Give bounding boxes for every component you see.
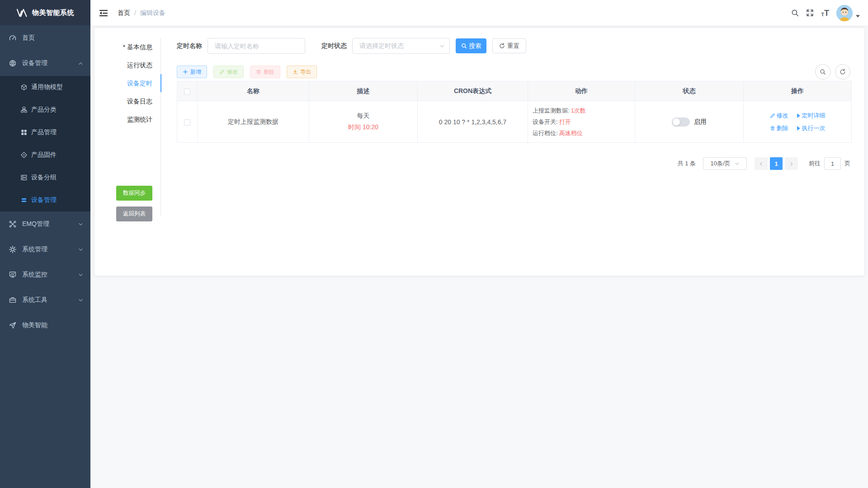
timer-status-select[interactable]: 请选择定时状态 (352, 38, 450, 54)
next-page-button[interactable] (785, 157, 798, 170)
edit-button[interactable]: 修改 (213, 66, 244, 78)
enable-toggle[interactable] (672, 117, 690, 127)
search-icon[interactable] (791, 9, 799, 17)
col-name: 名称 (198, 81, 309, 101)
prev-page-button[interactable] (755, 157, 768, 170)
sidebar-item-wumei-smart[interactable]: 物美智能 (0, 313, 90, 338)
sidebar-item-emq[interactable]: EMQ管理 (0, 211, 90, 237)
device-tabs: * 基本信息 运行状态 设备定时 设备日志 监测统计 数据同步 返回列表 (94, 38, 161, 276)
search-icon (820, 69, 826, 75)
goto-page-input[interactable] (824, 157, 841, 170)
col-status: 状态 (635, 81, 744, 101)
breadcrumb-home[interactable]: 首页 (118, 9, 130, 17)
sidebar-item-product-firmware[interactable]: 产品固件 (0, 144, 90, 166)
tab-monitor-stats[interactable]: 监测统计 (94, 110, 161, 128)
table-toolbar: 新增 修改 删除 导出 (177, 64, 850, 80)
show-search-toggle-button[interactable] (815, 64, 830, 80)
firmware-icon (21, 152, 27, 158)
row-timer-detail-link[interactable]: 定时详细 (797, 112, 826, 120)
row-checkbox[interactable] (184, 119, 190, 126)
timer-name-label: 定时名称 (177, 42, 202, 50)
avatar[interactable] (836, 5, 853, 21)
app-root: 物美智能系统 首页 设备管理 通用物模型 产品分类 (0, 0, 868, 488)
timer-name-input[interactable] (208, 38, 305, 54)
table-row: 定时上报监测数据 每天 时间 10:20 0 20 10 ? * 1,2,3,4… (177, 101, 852, 143)
user-menu[interactable] (836, 5, 860, 21)
sidebar-menu: 首页 设备管理 通用物模型 产品分类 产品管理 (0, 25, 90, 338)
sidebar: 物美智能系统 首页 设备管理 通用物模型 产品分类 (0, 0, 90, 488)
delete-button[interactable]: 删除 (250, 66, 280, 78)
tab-device-timer[interactable]: 设备定时 (94, 74, 161, 92)
sidebar-fold-icon[interactable] (99, 9, 108, 17)
sidebar-item-device-mgmt[interactable]: 设备管理 (0, 51, 90, 76)
table-header-row: 名称 描述 CRON表达式 动作 状态 操作 (177, 81, 852, 101)
sidebar-item-device-list-active[interactable]: 设备管理 (0, 189, 90, 211)
sidebar-item-thing-model[interactable]: 通用物模型 (0, 76, 90, 99)
sidebar-item-label: 系统监控 (22, 271, 47, 279)
app-logo[interactable]: 物美智能系统 (0, 0, 90, 25)
sidebar-item-system-tools[interactable]: 系统工具 (0, 287, 90, 313)
sidebar-item-label: 物美智能 (22, 321, 47, 329)
breadcrumb-separator: / (134, 9, 136, 17)
row-edit-link[interactable]: 修改 (770, 112, 788, 120)
sidebar-item-system-monitor[interactable]: 系统监控 (0, 262, 90, 287)
fullscreen-icon[interactable] (806, 9, 814, 17)
tab-basic-info[interactable]: * 基本信息 (94, 38, 161, 56)
trash-icon (256, 69, 261, 75)
logo-mark-icon (16, 9, 28, 17)
navbar-actions: TT (791, 5, 860, 21)
reset-button[interactable]: 重置 (492, 38, 526, 53)
col-cron: CRON表达式 (418, 81, 528, 101)
filter-form: 定时名称 定时状态 请选择定时状态 搜索 重置 (177, 38, 850, 54)
select-all-cell (177, 81, 198, 101)
page-number-active[interactable]: 1 (770, 157, 783, 170)
chevron-down-icon (78, 272, 83, 277)
select-all-checkbox[interactable] (184, 89, 190, 95)
refresh-table-button[interactable] (835, 64, 850, 80)
sidebar-item-system-mgmt[interactable]: 系统管理 (0, 237, 90, 262)
sidebar-item-label: 产品分类 (31, 106, 57, 114)
breadcrumb-current: 编辑设备 (140, 9, 165, 17)
add-button[interactable]: 新增 (177, 66, 207, 78)
data-sync-button[interactable]: 数据同步 (116, 186, 152, 201)
sidebar-item-label: 产品固件 (31, 151, 57, 159)
plus-icon (183, 69, 188, 75)
search-icon (461, 43, 467, 49)
monitor-icon (9, 271, 16, 278)
sidebar-item-label: 系统管理 (22, 245, 47, 253)
sidebar-item-home[interactable]: 首页 (0, 25, 90, 51)
app-title: 物美智能系统 (32, 9, 74, 17)
sidebar-item-label: 系统工具 (22, 296, 47, 304)
desc-time: 时间 10:20 (309, 123, 417, 131)
search-button[interactable]: 搜索 (456, 38, 486, 53)
cell-desc: 每天 时间 10:20 (309, 101, 418, 143)
cell-actions: 上报监测数据:1次数 设备开关:打开 运行档位:高速档位 (528, 101, 635, 143)
device-stack-icon (9, 60, 16, 67)
tab-running-status[interactable]: 运行状态 (94, 56, 161, 74)
sidebar-item-label: 设备管理 (22, 59, 47, 67)
sidebar-item-label: 首页 (22, 34, 35, 42)
back-to-list-button[interactable]: 返回列表 (116, 206, 152, 221)
refresh-icon (499, 43, 505, 49)
chevron-right-icon (789, 161, 794, 166)
status-text: 启用 (694, 118, 707, 126)
row-delete-link[interactable]: 删除 (770, 124, 788, 132)
page-size-select[interactable]: 10条/页 (703, 157, 747, 170)
table-tools (815, 64, 850, 80)
sidebar-item-product-mgmt[interactable]: 产品管理 (0, 121, 90, 144)
emq-drone-icon (9, 221, 16, 228)
sidebar-item-device-group[interactable]: 设备分组 (0, 166, 90, 189)
export-button[interactable]: 导出 (287, 66, 317, 78)
sidebar-item-label: EMQ管理 (22, 220, 49, 228)
goto-label: 前往 (809, 160, 821, 168)
page-content: * 基本信息 运行状态 设备定时 设备日志 监测统计 数据同步 返回列表 定时名… (90, 26, 868, 488)
tab-device-log[interactable]: 设备日志 (94, 92, 161, 110)
dashboard-icon (9, 34, 16, 42)
cell-ops: 修改 定时详细 删除 (744, 101, 852, 143)
sidebar-item-product-category[interactable]: 产品分类 (0, 99, 90, 121)
chevron-down-icon (78, 247, 83, 252)
timer-table: 名称 描述 CRON表达式 动作 状态 操作 定时上报监测数据 (177, 81, 852, 143)
font-size-icon[interactable]: TT (821, 9, 829, 17)
caret-down-icon (856, 15, 860, 18)
row-run-once-link[interactable]: 执行一次 (797, 124, 826, 132)
